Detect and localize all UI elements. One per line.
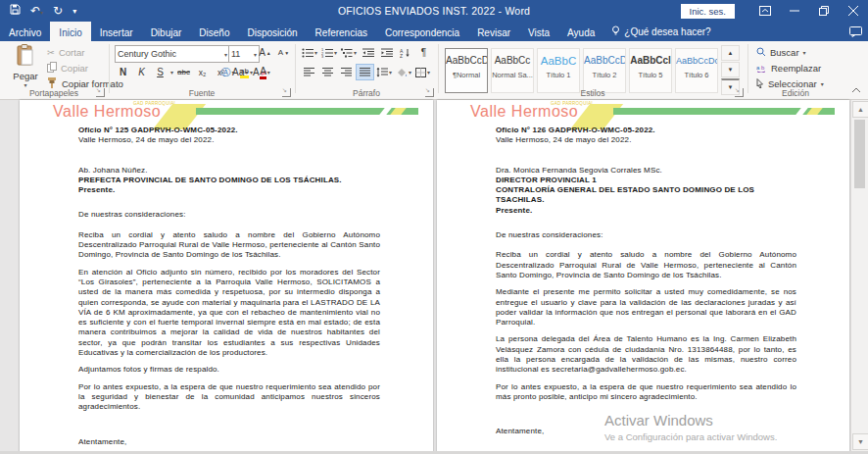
styles-scroll-down-icon[interactable]: ▼ — [721, 62, 740, 77]
replace-icon: ab — [756, 63, 767, 75]
tab-disposicion[interactable]: Disposición — [238, 22, 306, 41]
replace-button[interactable]: ab Reemplazar — [756, 61, 821, 76]
font-family-combo[interactable]: Century Gothic ▾ — [115, 45, 230, 63]
paste-dropdown-icon[interactable]: ▾ — [7, 81, 44, 88]
copy-label: Copiar — [61, 63, 88, 74]
styles-scroll-up-icon[interactable]: ▲ — [721, 45, 740, 61]
tab-revisar[interactable]: Revisar — [468, 22, 519, 41]
decrease-indent-icon[interactable] — [360, 45, 376, 60]
salutation: De nuestras consideraciones: — [496, 230, 796, 240]
paragraph-group-label: Párrafo — [296, 88, 437, 98]
multilevel-list-icon[interactable]: ▾ — [340, 45, 358, 60]
justify-icon[interactable] — [357, 65, 373, 79]
text-effects-button[interactable]: Ⓐ▾ — [219, 65, 236, 79]
line-spacing-icon[interactable]: ▾ — [375, 65, 393, 79]
align-left-icon[interactable] — [301, 65, 317, 79]
oficio-number: Oficio N° 125 GADPRVH-O-WMC-05-2022. — [78, 126, 380, 135]
recipient-institution: CONTRALORÍA GENERAL DEL ESTADO SANTO DOM… — [496, 185, 796, 206]
recipient-title: PREFECTA PROVINCIAL DE SANTO DOMINGO DE … — [78, 176, 380, 185]
tell-me-label: ¿Qué desea hacer? — [624, 26, 710, 37]
svg-text:b: b — [761, 65, 765, 71]
tab-vista[interactable]: Vista — [519, 22, 558, 41]
tab-ayuda[interactable]: Ayuda — [558, 22, 603, 41]
document-area: GAD PARROQUIAL Valle Hermoso Oficio N° 1… — [0, 100, 868, 454]
tab-insertar[interactable]: Insertar — [91, 22, 142, 41]
bullets-icon[interactable]: ▾ — [301, 45, 318, 60]
increase-indent-icon[interactable] — [378, 45, 395, 60]
font-family-dropdown-icon[interactable]: ▾ — [224, 51, 227, 58]
restore-icon[interactable] — [809, 0, 839, 22]
highlight-button[interactable]: ab▾ — [238, 65, 255, 79]
strikethrough-button[interactable]: abc — [175, 65, 192, 79]
salutation: De nuestras consideraciones: — [78, 210, 380, 220]
paragraph: Adjuntamos fotos y firmas de respaldo. — [78, 365, 380, 375]
numbering-icon[interactable]: 123▾ — [320, 45, 338, 60]
font-color-button[interactable]: A▾ — [257, 65, 273, 79]
minimize-icon[interactable] — [780, 0, 809, 22]
letterhead-brand: Valle Hermoso — [470, 103, 578, 121]
recipient-name: Ab. Johana Núñez. — [78, 166, 380, 176]
page-2[interactable]: GAD PARROQUIAL Valle Hermoso Oficio N° 1… — [437, 100, 849, 454]
scroll-up-icon[interactable]: ▲ — [852, 101, 868, 118]
scrollbar-thumb[interactable] — [854, 120, 865, 188]
style-titulo-1[interactable]: AaBbCTítulo 1 — [537, 48, 580, 93]
svg-text:Z: Z — [400, 53, 403, 58]
svg-text:a: a — [756, 65, 760, 71]
styles-dialog-launcher-icon[interactable]: ↘ — [735, 88, 744, 97]
lightbulb-icon — [611, 25, 620, 38]
subscript-button[interactable]: x₂ — [194, 65, 211, 79]
tab-dibujar[interactable]: Dibujar — [142, 22, 191, 41]
letterhead-brand: Valle Hermoso — [53, 103, 161, 121]
borders-icon[interactable]: ▾ — [414, 65, 431, 79]
vertical-scrollbar[interactable]: ▲ ▼ — [850, 100, 868, 454]
tab-correspondencia[interactable]: Correspondencia — [376, 22, 468, 41]
ribbon-display-options-icon[interactable] — [750, 0, 780, 22]
tab-archivo[interactable]: Archivo — [0, 22, 50, 41]
cut-button[interactable]: ✂ Cortar — [47, 45, 84, 60]
italic-button[interactable]: K — [133, 65, 150, 79]
letter-body[interactable]: Oficio N° 126 GADPRVH-O-WMC-05-2022. Val… — [496, 126, 796, 437]
sort-icon[interactable]: AZ — [397, 45, 413, 60]
paragraph-dialog-launcher-icon[interactable]: ↘ — [425, 88, 434, 97]
copy-button[interactable]: Copiar — [47, 61, 88, 76]
clipboard-dialog-launcher-icon[interactable]: ↘ — [96, 88, 105, 97]
align-right-icon[interactable] — [338, 65, 355, 79]
style-normal[interactable]: AaBbCcD¶Normal — [445, 48, 488, 93]
font-family-value: Century Gothic — [118, 49, 176, 59]
align-center-icon[interactable] — [319, 65, 336, 79]
tab-inicio[interactable]: Inicio — [50, 22, 90, 41]
style-titulo-6[interactable]: AaBbCcDcTítulo 6 — [675, 48, 718, 93]
paragraph: Por lo antes expuesto, a la espera de qu… — [496, 382, 796, 403]
closing: Atentamente, — [78, 437, 380, 447]
page-1[interactable]: GAD PARROQUIAL Valle Hermoso Oficio N° 1… — [20, 100, 433, 454]
title-bar: ↶▾ ↻ ▾ OFICIOS ENVIADOS INST. 2022 - Wor… — [0, 0, 868, 22]
group-paragraph: ▾ 123▾ ▾ AZ ¶ ▾ ▾ ▾ Párrafo ↘ — [296, 41, 437, 99]
tell-me-box[interactable]: ¿Qué desea hacer? — [603, 22, 718, 41]
scroll-down-icon[interactable]: ▼ — [852, 433, 868, 450]
shading-icon[interactable]: ▾ — [395, 65, 412, 79]
letter-body[interactable]: Oficio N° 125 GADPRVH-O-WMC-05-2022. Val… — [78, 126, 380, 447]
sign-in-button[interactable]: Inic. ses. — [681, 4, 736, 19]
tab-referencias[interactable]: Referencias — [307, 22, 376, 41]
titlebar-controls: Inic. ses. — [681, 0, 868, 22]
font-size-combo[interactable]: 11 ▾ — [228, 45, 260, 63]
tab-diseno[interactable]: Diseño — [190, 22, 238, 41]
paragraph: Reciba un cordial y atento saludo a nomb… — [496, 250, 796, 280]
style-normal-sa[interactable]: AaBbCcNormal Sa... — [491, 48, 534, 93]
pilcrow-icon[interactable]: ¶ — [415, 45, 432, 60]
shrink-font-icon[interactable]: A▼ — [275, 45, 292, 60]
bold-button[interactable]: N — [115, 65, 131, 79]
comment-icon[interactable] — [849, 22, 862, 41]
recipient-present: Presente. — [78, 185, 380, 195]
close-icon[interactable] — [839, 0, 868, 22]
find-button[interactable]: Buscar▾ — [756, 45, 806, 60]
grow-font-icon[interactable]: A▲ — [257, 45, 273, 60]
collapse-ribbon-icon[interactable] — [851, 84, 861, 95]
style-titulo-2[interactable]: AaBbCcDTítulo 2 — [583, 48, 626, 93]
underline-button[interactable]: S — [152, 65, 169, 79]
font-dialog-launcher-icon[interactable]: ↘ — [282, 88, 291, 97]
clipboard-group-label: Portapapeles — [0, 88, 108, 98]
underline-dropdown-icon[interactable]: ▾ — [170, 69, 173, 76]
paste-label: Pegar — [7, 71, 44, 81]
style-titulo-5[interactable]: AaBbCclTítulo 5 — [629, 48, 672, 93]
